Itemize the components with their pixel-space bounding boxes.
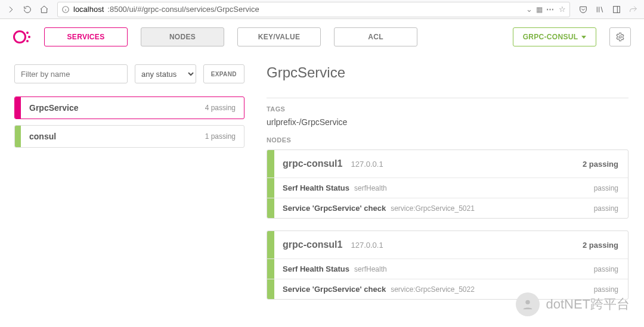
check-status: passing (594, 265, 628, 273)
gear-icon (615, 32, 625, 42)
svg-rect-6 (614, 6, 620, 13)
url-host: localhost (73, 5, 104, 14)
check-name: Serf Health Status (274, 264, 349, 273)
check-id: serfHealth (349, 265, 594, 273)
node-ip: 127.0.0.1 (342, 241, 583, 250)
service-row[interactable]: GrpcService4 passing (14, 96, 244, 119)
qr-icon[interactable]: ▦ (536, 5, 543, 14)
library-icon[interactable] (593, 2, 607, 17)
service-detail: GrpcService TAGS urlprefix-/GrpcService … (250, 55, 644, 327)
info-icon (61, 5, 70, 14)
service-row[interactable]: consul1 passing (14, 125, 244, 148)
node-count: 2 passing (583, 241, 628, 250)
node-name: grpc-consul1 (274, 158, 342, 169)
check-row[interactable]: Serf Health StatusserfHealthpassing (267, 177, 628, 198)
status-bar (267, 150, 274, 177)
service-name: GrpcService (21, 103, 205, 113)
node-ip: 127.0.0.1 (342, 160, 583, 169)
status-bar (15, 97, 21, 119)
svg-line-5 (601, 7, 603, 12)
check-id: service:GrpcService_5022 (386, 285, 593, 294)
reload-icon[interactable] (20, 2, 35, 17)
node-count: 2 passing (583, 160, 628, 169)
sidebar-icon[interactable] (609, 2, 624, 17)
browser-toolbar: localhost:8500/ui/#/grpc-consul/services… (0, 0, 644, 19)
node-name: grpc-consul1 (274, 239, 342, 250)
pocket-icon[interactable] (576, 2, 590, 17)
check-name: Service 'GrpcService' check (274, 204, 386, 213)
tab-acl[interactable]: ACL (334, 27, 417, 46)
service-tags: urlprefix-/GrpcService (267, 117, 628, 127)
status-select[interactable]: any status (135, 64, 196, 83)
check-id: serfHealth (349, 184, 594, 192)
check-status: passing (594, 204, 628, 213)
nodes-label: NODES (267, 136, 628, 144)
service-count: 4 passing (205, 104, 244, 112)
forward-icon[interactable] (4, 2, 18, 17)
check-status: passing (594, 285, 628, 294)
tab-kv[interactable]: KEY/VALUE (237, 27, 321, 46)
settings-button[interactable] (609, 27, 631, 46)
datacenter-dropdown[interactable]: GRPC-CONSUL (513, 27, 596, 46)
tags-label: TAGS (267, 105, 628, 113)
svg-point-9 (526, 300, 530, 304)
page-actions-icon[interactable]: ⋯ (546, 5, 555, 14)
home-icon[interactable] (37, 2, 51, 17)
status-bar (267, 198, 274, 218)
check-row[interactable]: Service 'GrpcService' checkservice:GrpcS… (267, 279, 628, 299)
status-bar (267, 178, 274, 198)
consul-logo-icon (13, 28, 31, 46)
status-bar (15, 126, 21, 147)
app-nav: SERVICES NODES KEY/VALUE ACL GRPC-CONSUL (0, 19, 644, 55)
check-row[interactable]: Serf Health StatusserfHealthpassing (267, 259, 628, 279)
node-header[interactable]: grpc-consul1127.0.0.12 passing (267, 231, 628, 259)
check-name: Serf Health Status (274, 183, 349, 192)
service-count: 1 passing (205, 132, 244, 141)
dropdown-caret-icon[interactable]: ⌄ (526, 5, 532, 14)
chevron-down-icon (581, 36, 586, 39)
svg-point-8 (619, 36, 621, 38)
datacenter-label: GRPC-CONSUL (523, 33, 578, 41)
url-path: :8500/ui/#/grpc-consul/services/GrpcServ… (107, 5, 259, 14)
node-card: grpc-consul1127.0.0.12 passingSerf Healt… (267, 231, 628, 300)
status-bar (267, 259, 274, 279)
tab-services[interactable]: SERVICES (44, 27, 128, 46)
check-id: service:GrpcService_5021 (386, 204, 593, 213)
node-card: grpc-consul1127.0.0.12 passingSerf Healt… (267, 150, 628, 219)
tab-nodes[interactable]: NODES (141, 27, 224, 46)
service-title: GrpcService (267, 64, 628, 81)
services-sidebar: any status EXPAND GrpcService4 passingco… (0, 55, 250, 327)
expand-button[interactable]: EXPAND (203, 64, 244, 83)
check-row[interactable]: Service 'GrpcService' checkservice:GrpcS… (267, 198, 628, 218)
status-bar (267, 231, 274, 259)
filter-input[interactable] (14, 64, 128, 83)
url-bar[interactable]: localhost:8500/ui/#/grpc-consul/services… (57, 2, 570, 17)
bookmark-star-icon[interactable]: ☆ (559, 5, 566, 14)
service-name: consul (21, 132, 205, 141)
node-header[interactable]: grpc-consul1127.0.0.12 passing (267, 150, 628, 177)
status-bar (267, 279, 274, 299)
check-name: Service 'GrpcService' check (274, 285, 386, 294)
share-icon[interactable] (626, 2, 640, 17)
check-status: passing (594, 184, 628, 192)
